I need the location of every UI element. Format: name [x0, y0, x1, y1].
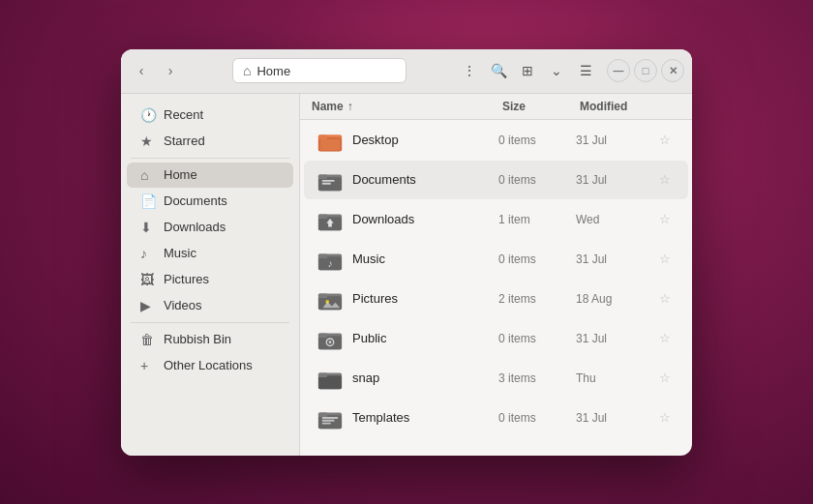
rubbish-icon: 🗑	[140, 332, 156, 347]
public-folder-icon	[317, 326, 343, 351]
file-name: Templates	[352, 410, 498, 425]
folder-icon-wrap: ♪	[316, 245, 345, 274]
folder-icon-wrap	[316, 284, 345, 313]
minimize-button[interactable]: —	[607, 59, 630, 82]
table-row[interactable]: Templates 0 items 31 Jul ☆	[304, 399, 688, 437]
view-grid-button[interactable]: ⊞	[514, 57, 541, 84]
svg-rect-8	[322, 180, 335, 182]
sidebar-item-downloads[interactable]: ⬇ Downloads	[127, 215, 293, 240]
music-icon: ♪	[140, 246, 156, 261]
sidebar-item-pictures[interactable]: 🖼 Pictures	[127, 267, 293, 292]
address-area: ⌂ Home	[187, 58, 452, 83]
sidebar-item-starred[interactable]: ★ Starred	[127, 129, 293, 154]
downloads-icon: ⬇	[140, 220, 156, 235]
file-modified: 31 Jul	[576, 411, 653, 425]
sidebar-label-starred: Starred	[164, 133, 205, 148]
search-button[interactable]: 🔍	[485, 57, 512, 84]
table-row[interactable]: Documents 0 items 31 Jul ☆	[304, 161, 688, 199]
star-icon[interactable]: ☆	[653, 212, 677, 226]
star-icon[interactable]: ☆	[653, 291, 677, 306]
pictures-folder-icon	[317, 286, 343, 311]
content-area: Name ↑ Size Modified	[300, 94, 692, 456]
svg-rect-35	[322, 419, 335, 421]
svg-rect-3	[318, 134, 327, 139]
nav-buttons: ‹ ›	[129, 58, 183, 83]
sidebar-label-other: Other Locations	[164, 358, 253, 372]
sidebar-separator-1	[131, 158, 289, 159]
videos-icon: ▶	[140, 298, 156, 313]
snap-folder-icon	[317, 366, 343, 391]
star-icon[interactable]: ☆	[653, 410, 677, 425]
file-modified: Thu	[576, 371, 653, 385]
table-row[interactable]: Pictures 2 items 18 Aug ☆	[304, 280, 688, 318]
maximize-button[interactable]: □	[634, 59, 657, 82]
back-button[interactable]: ‹	[129, 58, 154, 83]
svg-rect-20	[318, 293, 327, 298]
svg-rect-34	[322, 417, 339, 419]
sidebar-label-downloads: Downloads	[164, 220, 226, 234]
table-row[interactable]: snap 3 items Thu ☆	[304, 359, 688, 398]
star-icon[interactable]: ☆	[653, 331, 677, 345]
table-row[interactable]: ♪ Music 0 items 31 Jul ☆	[304, 240, 688, 279]
star-icon[interactable]: ☆	[653, 133, 677, 147]
svg-rect-30	[318, 372, 327, 377]
main-area: 🕐 Recent ★ Starred ⌂ Home 📄 Documents ⬇	[121, 94, 692, 456]
sidebar-label-home: Home	[164, 167, 197, 182]
file-name: Downloads	[352, 212, 498, 226]
address-bar[interactable]: ⌂ Home	[232, 58, 406, 83]
sidebar-label-rubbish: Rubbish Bin	[164, 332, 231, 346]
file-modified: 18 Aug	[576, 292, 653, 306]
table-row[interactable]: Public 0 items 31 Jul ☆	[304, 319, 688, 358]
file-modified: 31 Jul	[576, 332, 653, 345]
star-icon[interactable]: ☆	[653, 371, 677, 385]
music-folder-icon: ♪	[317, 247, 343, 272]
sidebar-item-other[interactable]: + Other Locations	[127, 353, 293, 378]
pictures-icon: 🖼	[140, 272, 156, 287]
address-path: Home	[256, 64, 290, 78]
window-controls: — □ ✕	[607, 59, 684, 82]
sidebar-item-home[interactable]: ⌂ Home	[127, 163, 293, 188]
view-dropdown-button[interactable]: ⌄	[543, 57, 570, 84]
toolbar-buttons: ⋮ 🔍 ⊞ ⌄ ☰ — □ ✕	[456, 57, 684, 84]
table-row[interactable]: Downloads 1 item Wed ☆	[304, 200, 688, 239]
svg-rect-36	[322, 422, 331, 424]
folder-icon-wrap	[316, 403, 345, 432]
svg-rect-9	[322, 182, 331, 184]
star-icon[interactable]: ☆	[653, 172, 677, 187]
svg-rect-7	[318, 174, 327, 179]
column-headers: Name ↑ Size Modified	[300, 94, 692, 120]
folder-icon-wrap	[316, 165, 345, 194]
file-modified: 31 Jul	[576, 173, 653, 187]
recent-icon: 🕐	[140, 107, 156, 123]
close-button[interactable]: ✕	[661, 59, 684, 82]
file-modified: 31 Jul	[576, 252, 653, 266]
file-modified: Wed	[576, 213, 653, 226]
sidebar-item-documents[interactable]: 📄 Documents	[127, 189, 293, 214]
file-size: 0 items	[498, 411, 576, 425]
sidebar-label-recent: Recent	[164, 107, 203, 122]
file-name: Desktop	[352, 133, 498, 147]
more-options-button[interactable]: ⋮	[456, 57, 483, 84]
documents-folder-icon	[317, 167, 343, 193]
svg-point-27	[329, 341, 332, 343]
desktop-folder-icon	[317, 128, 343, 153]
col-modified-header: Modified	[580, 100, 657, 113]
view-list-button[interactable]: ☰	[572, 57, 599, 84]
svg-rect-4	[320, 139, 340, 150]
file-size: 0 items	[498, 332, 576, 345]
forward-button[interactable]: ›	[158, 58, 183, 83]
star-icon[interactable]: ☆	[653, 252, 677, 266]
sidebar: 🕐 Recent ★ Starred ⌂ Home 📄 Documents ⬇	[121, 94, 300, 456]
svg-rect-29	[318, 375, 342, 389]
sidebar-item-recent[interactable]: 🕐 Recent	[127, 103, 293, 128]
col-name-header[interactable]: Name ↑	[312, 100, 502, 113]
sidebar-item-videos[interactable]: ▶ Videos	[127, 293, 293, 318]
sidebar-label-videos: Videos	[164, 298, 202, 312]
sidebar-item-music[interactable]: ♪ Music	[127, 241, 293, 266]
sidebar-item-rubbish[interactable]: 🗑 Rubbish Bin	[127, 327, 293, 352]
table-row[interactable]: Desktop 0 items 31 Jul ☆	[304, 121, 688, 160]
file-size: 0 items	[498, 133, 576, 147]
documents-icon: 📄	[140, 193, 156, 209]
sidebar-label-documents: Documents	[164, 193, 227, 208]
svg-rect-12	[318, 214, 327, 219]
